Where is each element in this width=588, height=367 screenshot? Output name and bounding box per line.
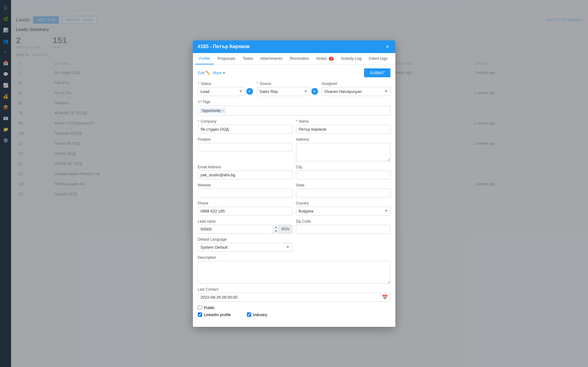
language-label: Default Language	[198, 237, 292, 242]
zipcode-input[interactable]	[296, 225, 390, 234]
email-label: Email Address	[198, 165, 292, 169]
tab-client-logo[interactable]: Client logo	[365, 53, 391, 64]
language-select[interactable]: System Default English Bulgarian German	[198, 243, 292, 252]
position-address-row: Position Address	[198, 137, 390, 161]
status-add-button[interactable]: +	[246, 88, 253, 95]
public-checkbox[interactable]	[198, 305, 202, 310]
company-input[interactable]	[198, 125, 292, 134]
zipcode-label: Zip Code	[296, 219, 390, 224]
website-input[interactable]	[198, 189, 292, 197]
source-group: * Source Sales Rep Website Referral Cold…	[257, 82, 318, 96]
tab-attachments[interactable]: Attachments	[256, 53, 286, 64]
language-row: Default Language System Default English …	[198, 237, 390, 252]
toolbar-row: Edit ✏️ More ▾ SUBMIT	[198, 68, 390, 77]
tags-section: 🏷 Tags Opportunity ×	[198, 100, 390, 116]
description-label: Description	[198, 255, 390, 260]
description-group: Description	[198, 255, 390, 284]
tab-activity-log[interactable]: Activity Log	[337, 53, 365, 64]
toolbar-left: Edit ✏️ More ▾	[198, 71, 225, 75]
industry-row: Industry	[247, 312, 267, 317]
linkedin-row: LinkedIn profile	[198, 312, 231, 317]
linkedin-checkbox[interactable]	[198, 312, 202, 317]
name-group: * Name	[296, 119, 390, 134]
city-input[interactable]	[296, 170, 390, 179]
industry-label: Industry	[253, 312, 267, 317]
currency-label: BGN	[279, 225, 292, 234]
website-state-row: Website State	[198, 183, 390, 197]
email-group: Email Address	[198, 165, 292, 179]
notes-badge: 2	[329, 57, 334, 61]
tag-icon: 🏷	[198, 100, 202, 104]
phone-country-row: Phone Country Bulgaria Germany USA UK Fr…	[198, 201, 390, 216]
address-input[interactable]	[296, 143, 390, 161]
leadvalue-stepper: ▲ ▼	[273, 225, 279, 234]
tag-remove-opportunity[interactable]: ×	[222, 109, 224, 113]
country-group: Country Bulgaria Germany USA UK France	[296, 201, 390, 216]
leadvalue-down-button[interactable]: ▼	[273, 229, 279, 233]
linkedin-label: LinkedIn profile	[204, 312, 231, 317]
edit-button[interactable]: Edit ✏️	[198, 71, 210, 75]
company-label: * Company	[198, 119, 292, 124]
assigned-label: Assigned	[322, 82, 390, 86]
source-label: * Source	[257, 82, 318, 86]
country-select[interactable]: Bulgaria Germany USA UK France	[296, 207, 390, 216]
lastcontact-label: Last Contact	[198, 287, 390, 292]
modal-body: Edit ✏️ More ▾ SUBMIT * Status Lead	[193, 65, 395, 327]
website-group: Website	[198, 183, 292, 197]
city-label: City	[296, 165, 390, 169]
address-label: Address	[296, 137, 390, 142]
linkedin-industry-row: LinkedIn profile Industry	[198, 312, 390, 319]
edit-icon: ✏️	[206, 71, 210, 75]
industry-checkbox[interactable]	[247, 312, 251, 317]
modal-title: #165 - Петър Киряков	[198, 44, 250, 49]
source-select[interactable]: Sales Rep Website Referral Cold Call Oth…	[257, 87, 310, 96]
tab-tasks[interactable]: Tasks	[239, 53, 256, 64]
status-select-wrap: Lead Opportunity Customer Lost +	[198, 87, 253, 96]
phone-group: Phone	[198, 201, 292, 216]
phone-label: Phone	[198, 201, 292, 205]
leadvalue-zip-row: Lead value ▲ ▼ BGN Zip Code	[198, 219, 390, 234]
leadvalue-group: Lead value ▲ ▼ BGN	[198, 219, 292, 234]
modal-close-button[interactable]: ×	[385, 44, 390, 50]
leadvalue-up-button[interactable]: ▲	[273, 225, 279, 229]
source-select-wrap: Sales Rep Website Referral Cold Call Oth…	[257, 87, 318, 96]
status-label: * Status	[198, 82, 253, 86]
more-button[interactable]: More ▾	[213, 71, 225, 75]
country-label: Country	[296, 201, 390, 205]
email-city-row: Email Address City	[198, 165, 390, 179]
modal-tabs: Profile Proposals Tasks Attachments Remi…	[193, 53, 395, 65]
status-select[interactable]: Lead Opportunity Customer Lost	[198, 87, 245, 96]
status-group: * Status Lead Opportunity Customer Lost …	[198, 82, 253, 96]
tab-proposals[interactable]: Proposals	[214, 53, 239, 64]
company-group: * Company	[198, 119, 292, 134]
lead-value-wrap: ▲ ▼ BGN	[198, 225, 292, 234]
phone-input[interactable]	[198, 207, 292, 216]
assigned-group: Assigned Ovanes Harutyunyan	[322, 82, 390, 96]
name-input[interactable]	[296, 125, 390, 134]
tags-label: 🏷 Tags	[198, 100, 390, 104]
position-group: Position	[198, 137, 292, 161]
city-group: City	[296, 165, 390, 179]
position-input[interactable]	[198, 143, 292, 152]
tab-reminders[interactable]: Reminders	[286, 53, 313, 64]
description-input[interactable]	[198, 261, 390, 284]
modal-header: #165 - Петър Киряков ×	[193, 40, 395, 53]
status-source-row: * Status Lead Opportunity Customer Lost …	[198, 82, 390, 96]
leadvalue-label: Lead value	[198, 219, 292, 224]
assigned-select[interactable]: Ovanes Harutyunyan	[322, 87, 390, 96]
name-label: * Name	[296, 119, 390, 124]
source-add-button[interactable]: +	[311, 88, 318, 95]
submit-button[interactable]: SUBMIT	[364, 68, 390, 77]
language-group: Default Language System Default English …	[198, 237, 292, 252]
lastcontact-input[interactable]	[198, 293, 390, 302]
tab-notes[interactable]: Notes 2	[313, 53, 337, 64]
address-group: Address	[296, 137, 390, 161]
calendar-icon[interactable]: 📅	[382, 294, 388, 300]
zipcode-group: Zip Code	[296, 219, 390, 234]
leadvalue-input[interactable]	[198, 225, 273, 234]
state-input[interactable]	[296, 189, 390, 197]
tags-input-area[interactable]: Opportunity ×	[198, 106, 390, 116]
lastcontact-group: Last Contact 📅	[198, 287, 390, 302]
email-input[interactable]	[198, 170, 292, 179]
tab-profile[interactable]: Profile	[195, 53, 214, 64]
